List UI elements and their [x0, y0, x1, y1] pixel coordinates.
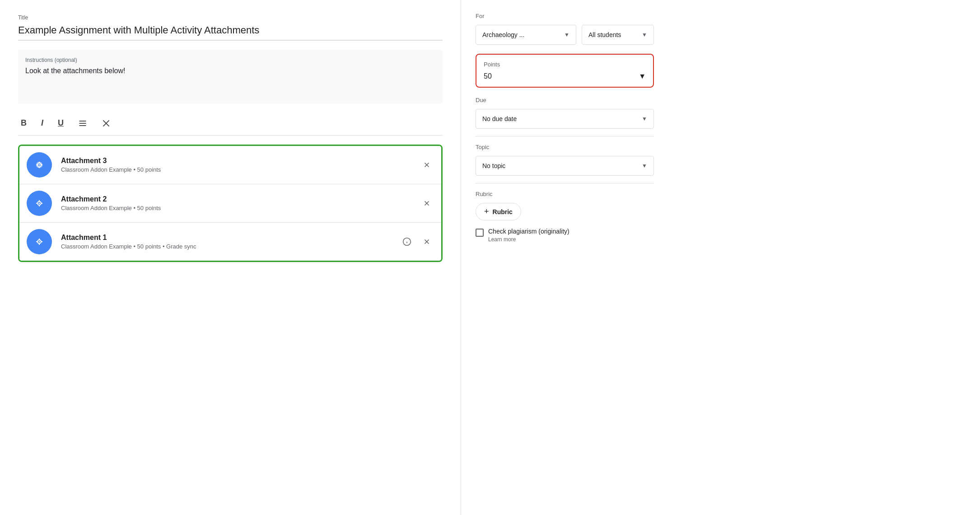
- attachment-2-actions: [420, 196, 434, 211]
- class-select-arrow: ▼: [564, 32, 569, 38]
- plagiarism-text-block: Check plagiarism (originality) Learn mor…: [488, 228, 569, 243]
- due-arrow: ▼: [642, 116, 647, 122]
- points-section: Points 50 ▼: [476, 54, 654, 88]
- plagiarism-checkbox[interactable]: [476, 229, 484, 237]
- list-button[interactable]: [75, 117, 90, 130]
- students-select-value: All students: [588, 31, 621, 38]
- left-panel: Title Instructions (optional) Look at th…: [0, 0, 461, 515]
- attachment-1-icon: [27, 229, 52, 254]
- due-select[interactable]: No due date ▼: [476, 109, 654, 129]
- attachment-3-meta: Classroom Addon Example • 50 points: [61, 166, 420, 173]
- right-panel: For Archaeology ... ▼ All students ▼ Poi…: [461, 0, 668, 515]
- plagiarism-section: Check plagiarism (originality) Learn mor…: [476, 228, 654, 243]
- students-select-arrow: ▼: [642, 32, 647, 38]
- attachment-3-info: Attachment 3 Classroom Addon Example • 5…: [61, 157, 420, 173]
- attachment-1-name: Attachment 1: [61, 234, 400, 242]
- class-select-value: Archaeology ...: [482, 31, 524, 38]
- title-input[interactable]: [18, 23, 443, 41]
- divider-2: [476, 183, 654, 183]
- attachment-item-2: Attachment 2 Classroom Addon Example • 5…: [19, 184, 441, 223]
- svg-point-16: [38, 202, 40, 204]
- attachment-2-meta: Classroom Addon Example • 50 points: [61, 205, 420, 211]
- topic-value: No topic: [482, 162, 505, 169]
- attachment-1-info-button[interactable]: [400, 234, 414, 249]
- topic-section: Topic No topic ▼: [476, 144, 654, 176]
- attachment-3-close-button[interactable]: [420, 158, 434, 172]
- attachment-3-icon: [27, 152, 52, 178]
- attachment-1-actions: [400, 234, 434, 249]
- instructions-label: Instructions (optional): [25, 57, 435, 63]
- attachment-3-name: Attachment 3: [61, 157, 420, 165]
- svg-point-25: [38, 241, 40, 242]
- svg-point-7: [38, 164, 40, 165]
- instructions-section[interactable]: Instructions (optional) Look at the atta…: [18, 50, 443, 104]
- attachment-2-name: Attachment 2: [61, 195, 420, 203]
- due-section: Due No due date ▼: [476, 97, 654, 129]
- rubric-section: Rubric + Rubric: [476, 191, 654, 220]
- title-label: Title: [18, 14, 443, 21]
- rubric-label: Rubric: [476, 191, 654, 197]
- attachment-item-1: Attachment 1 Classroom Addon Example • 5…: [19, 223, 441, 261]
- italic-button[interactable]: I: [38, 117, 46, 130]
- rubric-button[interactable]: + Rubric: [476, 203, 521, 220]
- rubric-plus-icon: +: [484, 207, 489, 216]
- rubric-btn-label: Rubric: [493, 208, 513, 215]
- for-label: For: [476, 13, 654, 19]
- attachment-2-icon: [27, 191, 52, 216]
- underline-button[interactable]: U: [55, 117, 66, 130]
- clear-format-button[interactable]: [99, 117, 113, 130]
- attachment-1-close-button[interactable]: [420, 234, 434, 249]
- points-value: 50: [484, 72, 492, 80]
- divider-1: [476, 136, 654, 136]
- attachment-1-meta: Classroom Addon Example • 50 points • Gr…: [61, 243, 400, 250]
- attachment-item-3: Attachment 3 Classroom Addon Example • 5…: [19, 146, 441, 184]
- students-select[interactable]: All students ▼: [582, 25, 654, 45]
- topic-select[interactable]: No topic ▼: [476, 156, 654, 176]
- points-select[interactable]: 50 ▼: [484, 72, 646, 80]
- bold-button[interactable]: B: [18, 117, 29, 130]
- learn-more-link[interactable]: Learn more: [488, 236, 569, 243]
- instructions-text: Look at the attachments below!: [25, 67, 435, 75]
- title-section: Title: [18, 14, 443, 41]
- attachment-1-info: Attachment 1 Classroom Addon Example • 5…: [61, 234, 400, 250]
- due-label: Due: [476, 97, 654, 103]
- attachment-2-close-button[interactable]: [420, 196, 434, 211]
- due-value: No due date: [482, 115, 517, 122]
- points-label: Points: [484, 61, 646, 68]
- plagiarism-label: Check plagiarism (originality): [488, 228, 569, 235]
- attachments-container: Attachment 3 Classroom Addon Example • 5…: [18, 145, 443, 262]
- for-section: For Archaeology ... ▼ All students ▼: [476, 13, 654, 45]
- attachment-2-info: Attachment 2 Classroom Addon Example • 5…: [61, 195, 420, 211]
- topic-label: Topic: [476, 144, 654, 150]
- attachment-3-actions: [420, 158, 434, 172]
- points-arrow: ▼: [639, 72, 646, 80]
- for-selects: Archaeology ... ▼ All students ▼: [476, 25, 654, 45]
- formatting-toolbar: B I U: [18, 111, 443, 136]
- class-select[interactable]: Archaeology ... ▼: [476, 25, 576, 45]
- topic-arrow: ▼: [642, 163, 647, 169]
